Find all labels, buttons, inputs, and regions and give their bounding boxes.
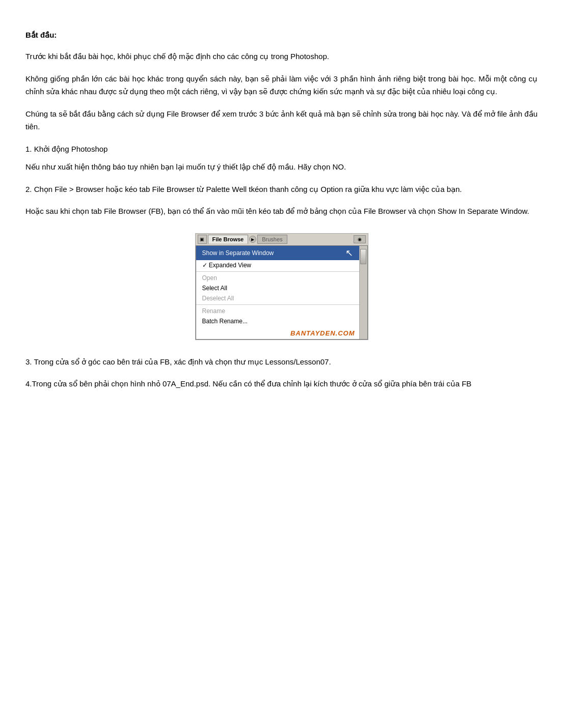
tab-arrow-icon: ▶ <box>251 237 254 242</box>
menu-item-rename[interactable]: Rename <box>196 306 359 316</box>
tab-arrow-button[interactable]: ▶ <box>249 236 256 243</box>
step-2-text: 2. Chọn File > Browser hoặc kéo tab File… <box>25 183 538 196</box>
menu-divider-1 <box>196 271 359 272</box>
screenshot-image: ▣ File Browse ▶ Brushes ◉ Sho <box>25 233 538 340</box>
small-icon-button: ▣ <box>198 235 207 244</box>
step-4-text: 4.Trong cửa sổ bên phải chọn hình nhỏ 07… <box>25 377 538 390</box>
dropdown-panel: Show in Separate Window ↖ ✓ Expanded Vie… <box>196 245 368 340</box>
menu-item-deselect-all[interactable]: Deselect All <box>196 293 359 303</box>
select-dropdown[interactable]: ◉ <box>354 235 366 243</box>
paragraph-2-text: Không giống phần lớn các bài học khác tr… <box>25 74 538 96</box>
scrollbar[interactable] <box>359 246 367 339</box>
menu-item-open[interactable]: Open <box>196 273 359 283</box>
menu-item-show-label: Show in Separate Window <box>202 249 274 257</box>
step-3-text: 3. Trong cửa sổ ở góc cao bên trái của F… <box>25 355 538 369</box>
menu-item-expanded-text: ✓ Expanded View <box>202 262 252 269</box>
menu-item-show-in-window[interactable]: Show in Separate Window ↖ <box>196 246 359 260</box>
brushes-tab[interactable]: Brushes <box>257 235 287 244</box>
menu-item-batch-rename[interactable]: Batch Rename... <box>196 316 359 326</box>
tab-bar: ▣ File Browse ▶ Brushes ◉ <box>196 234 368 245</box>
brushes-tab-label: Brushes <box>262 236 282 242</box>
paragraph-1-text: Trước khi bắt đầu bài học, khôi phục chế… <box>25 52 329 61</box>
step-2-full-text: 2. Chọn File > Browser hoặc kéo tab File… <box>25 185 462 193</box>
paragraph-3: Chúng ta sẽ bắt đầu bằng cách sử dụng Fi… <box>25 107 538 133</box>
step-1-label-text: 1. Khởi động Photoshop <box>25 145 108 153</box>
heading-text: Bắt đầu: <box>25 31 57 39</box>
select-area: ◉ <box>354 235 366 243</box>
file-browser-tab[interactable]: File Browse <box>208 235 249 244</box>
menu-item-batch-label: Batch Rename... <box>202 318 248 325</box>
paragraph-2: Không giống phần lớn các bài học khác tr… <box>25 72 538 98</box>
step-2-note-text: Hoặc sau khi chọn tab File Browser (FB),… <box>25 207 529 215</box>
menu-item-expanded-view[interactable]: ✓ Expanded View <box>196 260 359 270</box>
file-browser-tab-label: File Browse <box>212 236 244 242</box>
step-3-label: 3. Trong cửa sổ ở góc cao bên trái của F… <box>25 357 331 366</box>
paragraph-3-text: Chúng ta sẽ bắt đầu bằng cách sử dụng Fi… <box>25 109 538 131</box>
menu-item-select-all[interactable]: Select All <box>196 283 359 293</box>
scrollbar-thumb[interactable] <box>360 249 366 264</box>
menu-item-rename-label: Rename <box>202 307 225 315</box>
file-browser-frame: ▣ File Browse ▶ Brushes ◉ Sho <box>195 233 368 340</box>
step-4-label: 4.Trong cửa sổ bên phải chọn hình nhỏ 07… <box>25 379 471 388</box>
menu-divider-2 <box>196 304 359 305</box>
page-container: Bắt đầu: Trước khi bắt đầu bài học, khôi… <box>0 0 563 728</box>
menu-item-open-label: Open <box>202 274 217 282</box>
menu-item-deselect-label: Deselect All <box>202 295 234 302</box>
paragraph-1: Trước khi bắt đầu bài học, khôi phục chế… <box>25 50 538 63</box>
watermark-area: BANTAYDEN.COM <box>196 326 359 339</box>
section-heading: Bắt đầu: <box>25 31 538 40</box>
step-2-note: Hoặc sau khi chọn tab File Browser (FB),… <box>25 205 538 218</box>
cursor-icon: ↖ <box>345 247 353 259</box>
step-1-desc-text: Nếu như xuất hiện thông báo tuy nhiên bạ… <box>25 162 346 171</box>
small-icon: ▣ <box>200 237 204 242</box>
menu-item-select-all-label: Select All <box>202 285 227 292</box>
step-1-description: Nếu như xuất hiện thông báo tuy nhiên bạ… <box>25 160 538 174</box>
step-1-label: 1. Khởi động Photoshop <box>25 143 538 156</box>
watermark-text: BANTAYDEN.COM <box>290 329 355 337</box>
